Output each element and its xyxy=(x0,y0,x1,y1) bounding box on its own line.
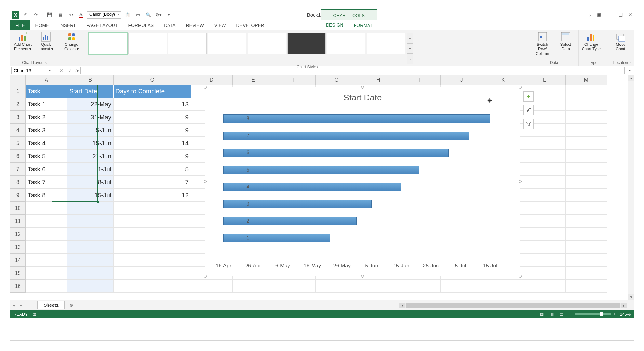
help-button[interactable]: ? xyxy=(589,12,591,18)
cell-M8[interactable] xyxy=(566,176,607,189)
ribbon-display-options-button[interactable]: ▣ xyxy=(597,12,602,18)
cell-M14[interactable] xyxy=(566,254,607,267)
chart-bar-task-5[interactable] xyxy=(223,166,419,174)
chart-plot-area[interactable] xyxy=(223,110,490,247)
cell-A5[interactable]: Task 4 xyxy=(26,137,67,150)
cell-C15[interactable] xyxy=(114,267,191,280)
cell-M9[interactable] xyxy=(566,189,607,202)
change-colors-button[interactable]: Change Colors ▾ xyxy=(61,32,82,52)
tab-format[interactable]: FORMAT xyxy=(349,20,378,30)
scroll-right-button[interactable]: ▸ xyxy=(621,303,627,308)
zoom-in-button[interactable]: + xyxy=(613,312,616,317)
cell-C6[interactable]: 9 xyxy=(114,150,191,163)
cell-C11[interactable] xyxy=(114,215,191,228)
cell-F16[interactable] xyxy=(274,280,316,293)
chart-style-thumb-7[interactable] xyxy=(327,33,365,54)
more-commands-button[interactable]: ⚙▾ xyxy=(154,11,163,19)
page-layout-view-button[interactable]: ▥ xyxy=(547,311,556,317)
page-break-view-button[interactable]: ▤ xyxy=(557,311,566,317)
cell-M7[interactable] xyxy=(566,163,607,176)
cell-B2[interactable]: 22-May xyxy=(67,98,114,111)
tab-data[interactable]: DATA xyxy=(159,20,181,30)
enter-formula-button[interactable]: ✓ xyxy=(66,67,74,74)
chart-filters-button[interactable] xyxy=(523,119,534,129)
column-header-M[interactable]: M xyxy=(566,75,607,85)
row-header-5[interactable]: 5 xyxy=(10,137,26,150)
cell-B15[interactable] xyxy=(67,267,114,280)
cell-M5[interactable] xyxy=(566,137,607,150)
column-header-H[interactable]: H xyxy=(357,75,399,85)
cell-K16[interactable] xyxy=(482,280,524,293)
cell-A8[interactable]: Task 7 xyxy=(26,176,67,189)
chart-bar-task-3[interactable] xyxy=(223,200,372,208)
cell-C16[interactable] xyxy=(114,280,191,293)
cell-B6[interactable]: 21-Jun xyxy=(67,150,114,163)
zoom-out-button[interactable]: − xyxy=(570,312,573,317)
row-header-13[interactable]: 13 xyxy=(10,241,26,254)
cell-A13[interactable] xyxy=(26,241,67,254)
cell-B5[interactable]: 15-Jun xyxy=(67,137,114,150)
zoom-slider[interactable]: − + xyxy=(570,312,616,317)
new-sheet-button[interactable]: ⊕ xyxy=(67,301,75,309)
tab-developer[interactable]: DEVELOPER xyxy=(231,20,269,30)
cell-G16[interactable] xyxy=(316,280,357,293)
hscroll-thumb[interactable] xyxy=(406,303,620,308)
cell-C10[interactable] xyxy=(114,202,191,215)
tab-formulas[interactable]: FORMULAS xyxy=(123,20,159,30)
cell-L5[interactable] xyxy=(524,137,566,150)
gallery-scroll-down[interactable]: ▼ xyxy=(407,43,413,54)
sheet-tab-sheet1[interactable]: Sheet1 xyxy=(37,301,65,309)
chart-bar-task-7[interactable] xyxy=(223,132,469,140)
cell-M2[interactable] xyxy=(566,98,607,111)
cell-C2[interactable]: 13 xyxy=(114,98,191,111)
cell-M3[interactable] xyxy=(566,111,607,124)
cell-C5[interactable]: 14 xyxy=(114,137,191,150)
gallery-more-button[interactable]: ▾ xyxy=(407,54,413,64)
cell-L16[interactable] xyxy=(524,280,566,293)
cell-B9[interactable]: 15-Jul xyxy=(67,189,114,202)
column-header-L[interactable]: L xyxy=(524,75,566,85)
chart-elements-button[interactable]: + xyxy=(523,91,534,102)
normal-view-button[interactable]: ▦ xyxy=(537,311,546,317)
scroll-up-button[interactable]: ▲ xyxy=(628,75,634,81)
cell-C4[interactable]: 9 xyxy=(114,124,191,137)
row-header-12[interactable]: 12 xyxy=(10,228,26,241)
cell-L13[interactable] xyxy=(524,241,566,254)
cell-B8[interactable]: 8-Jul xyxy=(67,176,114,189)
cell-L10[interactable] xyxy=(524,202,566,215)
cell-A3[interactable]: Task 2 xyxy=(26,111,67,124)
cell-A4[interactable]: Task 3 xyxy=(26,124,67,137)
cell-B4[interactable]: 5-Jun xyxy=(67,124,114,137)
tab-home[interactable]: HOME xyxy=(30,20,54,30)
column-header-E[interactable]: E xyxy=(233,75,274,85)
cell-L7[interactable] xyxy=(524,163,566,176)
row-header-14[interactable]: 14 xyxy=(10,254,26,267)
column-header-D[interactable]: D xyxy=(191,75,233,85)
cell-A6[interactable]: Task 5 xyxy=(26,150,67,163)
font-size-decrease-button[interactable]: A▾ xyxy=(66,11,75,19)
chart-bar-task-4[interactable] xyxy=(223,183,401,191)
cell-M15[interactable] xyxy=(566,267,607,280)
cell-M11[interactable] xyxy=(566,215,607,228)
cell-B13[interactable] xyxy=(67,241,114,254)
cell-M4[interactable] xyxy=(566,124,607,137)
row-header-6[interactable]: 6 xyxy=(10,150,26,163)
chart-bar-task-2[interactable] xyxy=(223,217,357,225)
cell-C8[interactable]: 7 xyxy=(114,176,191,189)
font-name-combo[interactable]: Calibri (Body) xyxy=(87,11,121,19)
cell-L8[interactable] xyxy=(524,176,566,189)
cell-C3[interactable]: 9 xyxy=(114,111,191,124)
cancel-formula-button[interactable]: ✕ xyxy=(57,67,66,74)
cell-A2[interactable]: Task 1 xyxy=(26,98,67,111)
zoom-level-label[interactable]: 145% xyxy=(620,312,631,317)
move-chart-button[interactable]: Move Chart xyxy=(610,32,631,52)
tab-design[interactable]: DESIGN xyxy=(321,20,349,30)
row-header-1[interactable]: 1 xyxy=(10,85,26,98)
cell-B10[interactable] xyxy=(67,202,114,215)
cell-I16[interactable] xyxy=(399,280,441,293)
insert-function-button[interactable]: fx xyxy=(74,68,80,73)
change-chart-type-button[interactable]: Change Chart Type xyxy=(581,32,601,52)
row-header-16[interactable]: 16 xyxy=(10,280,26,293)
cell-H16[interactable] xyxy=(357,280,399,293)
cell-M13[interactable] xyxy=(566,241,607,254)
